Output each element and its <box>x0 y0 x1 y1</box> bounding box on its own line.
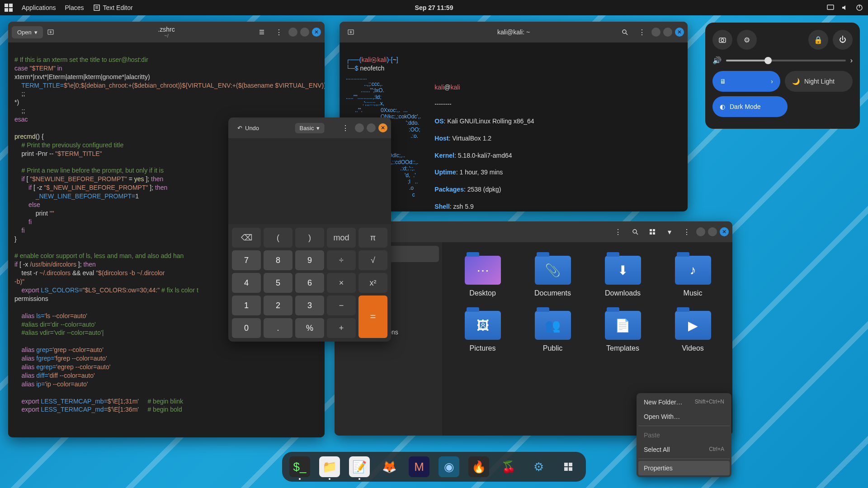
text-editor-titlebar[interactable]: Open ▾ .zshrc~/ ⋮ ✕ <box>8 22 325 42</box>
power-icon[interactable] <box>855 4 863 12</box>
close-button[interactable]: ✕ <box>720 227 729 236</box>
path-menu-icon[interactable]: ⋮ <box>610 224 626 239</box>
minimize-button[interactable] <box>696 227 705 236</box>
minimize-button[interactable] <box>355 123 364 132</box>
close-button[interactable]: ✕ <box>378 123 387 132</box>
maximize-button[interactable] <box>367 123 376 132</box>
key-6[interactable]: 6 <box>295 273 324 293</box>
dock-text-editor[interactable]: 📝 <box>349 456 370 477</box>
key-dot[interactable]: . <box>264 318 292 338</box>
key-1[interactable]: 1 <box>232 296 261 315</box>
key-8[interactable]: 8 <box>264 250 292 270</box>
undo-button[interactable]: ↶ Undo <box>232 122 264 134</box>
menu-properties[interactable]: Properties <box>638 461 730 475</box>
key-multiply[interactable]: × <box>327 273 356 293</box>
folder-templates[interactable]: 📄Templates <box>592 311 653 352</box>
key-subtract[interactable]: − <box>327 296 356 315</box>
folder-downloads[interactable]: ⬇Downloads <box>592 256 653 297</box>
key-pi[interactable]: π <box>359 228 387 248</box>
key-add[interactable]: + <box>327 318 356 338</box>
dock-burpsuite[interactable]: 🔥 <box>468 456 489 477</box>
maximize-button[interactable] <box>300 28 309 37</box>
documents-icon: 📎 <box>535 256 571 285</box>
key-divide[interactable]: ÷ <box>327 250 356 270</box>
maximize-button[interactable] <box>708 227 717 236</box>
view-toggle-icon[interactable] <box>645 224 660 239</box>
svg-point-4 <box>633 230 637 233</box>
volume-expand-icon[interactable]: › <box>850 56 853 65</box>
key-percent[interactable]: % <box>295 318 324 338</box>
dock-terminal[interactable]: $_ <box>289 456 310 477</box>
night-light-toggle[interactable]: 🌙Night Light <box>785 71 853 92</box>
files-menu-icon[interactable]: ⋮ <box>679 224 694 239</box>
terminal-titlebar[interactable]: kali@kali: ~ ⋮ ✕ <box>340 22 688 42</box>
search-icon[interactable] <box>627 224 643 239</box>
menu-new-folder[interactable]: New Folder…Shift+Ctrl+N <box>638 395 730 409</box>
open-button[interactable]: Open ▾ <box>12 26 43 38</box>
dock-show-apps[interactable] <box>558 456 579 477</box>
dark-mode-toggle[interactable]: ◐Dark Mode <box>712 96 788 117</box>
close-button[interactable]: ✕ <box>312 28 321 37</box>
key-5[interactable]: 5 <box>264 273 292 293</box>
dock-files[interactable]: 📁 <box>319 456 340 477</box>
lock-button[interactable]: 🔒 <box>808 30 828 50</box>
key-mod[interactable]: mod <box>327 228 356 248</box>
search-icon[interactable] <box>617 24 632 40</box>
editor-menu-icon[interactable]: ⋮ <box>271 24 287 40</box>
folder-pictures[interactable]: 🖼Pictures <box>452 311 513 352</box>
dock-metasploit[interactable]: M <box>409 456 429 477</box>
key-rparen[interactable]: ) <box>295 228 324 248</box>
menu-select-all[interactable]: Select AllCtrl+A <box>638 442 730 457</box>
maximize-button[interactable] <box>663 28 672 37</box>
activities-icon[interactable] <box>5 4 13 12</box>
terminal-menu-icon[interactable]: ⋮ <box>634 24 650 40</box>
applications-menu[interactable]: Applications <box>22 4 56 11</box>
dock-kali-tools[interactable]: ⚙ <box>528 456 549 477</box>
sidebar-toggle-icon[interactable] <box>254 24 269 40</box>
key-4[interactable]: 4 <box>232 273 261 293</box>
screen-icon[interactable] <box>826 4 835 12</box>
close-button[interactable]: ✕ <box>675 28 684 37</box>
terminal-content[interactable]: ┌──(kali㉿kali)-[~] └─$ neofetch ........… <box>340 42 688 211</box>
minimize-button[interactable] <box>288 28 297 37</box>
folder-videos[interactable]: ▶Videos <box>662 311 723 352</box>
key-2[interactable]: 2 <box>264 296 292 315</box>
dock-wireshark[interactable]: ◉ <box>439 456 459 477</box>
settings-button[interactable]: ⚙ <box>737 30 757 50</box>
folder-desktop[interactable]: ⋯Desktop <box>452 256 513 297</box>
key-lparen[interactable]: ( <box>264 228 292 248</box>
volume-icon[interactable] <box>841 4 849 12</box>
key-9[interactable]: 9 <box>295 250 324 270</box>
key-7[interactable]: 7 <box>232 250 261 270</box>
key-equals[interactable]: = <box>359 296 387 338</box>
screenshot-button[interactable] <box>712 30 732 50</box>
power-button[interactable]: ⏻ <box>833 30 853 50</box>
folder-documents[interactable]: 📎Documents <box>522 256 583 297</box>
new-tab-button[interactable] <box>343 24 359 40</box>
dock-cherrytree[interactable]: 🍒 <box>498 456 519 477</box>
key-backspace[interactable]: ⌫ <box>232 228 261 248</box>
clock[interactable]: Sep 27 11:59 <box>415 4 453 11</box>
menu-open-with[interactable]: Open With… <box>638 409 730 424</box>
key-sqrt[interactable]: √ <box>359 250 387 270</box>
mode-selector[interactable]: Basic ▾ <box>295 123 325 133</box>
places-menu[interactable]: Places <box>65 4 84 11</box>
terminal-title: kali@kali: ~ <box>497 28 530 36</box>
files-titlebar[interactable]: 🏠 Home ⋮ ▾ ⋮ ✕ <box>335 221 732 242</box>
folder-music[interactable]: ♪Music <box>662 256 723 297</box>
minimize-button[interactable] <box>651 28 660 37</box>
new-tab-button[interactable] <box>43 24 58 40</box>
view-dropdown-icon[interactable]: ▾ <box>662 224 677 239</box>
volume-slider[interactable] <box>726 60 846 61</box>
dock-firefox[interactable]: 🦊 <box>379 456 400 477</box>
calculator-titlebar[interactable]: ↶ Undo Basic ▾ ⋮ ✕ <box>228 117 391 138</box>
calc-menu-icon[interactable]: ⋮ <box>338 120 353 136</box>
svg-rect-5 <box>650 229 652 231</box>
calc-display[interactable] <box>228 138 391 224</box>
key-0[interactable]: 0 <box>232 318 261 338</box>
key-3[interactable]: 3 <box>295 296 324 315</box>
wired-toggle[interactable]: 🖥› <box>712 71 780 92</box>
key-square[interactable]: x² <box>359 273 387 293</box>
focused-app-label[interactable]: Text Editor <box>93 4 133 11</box>
folder-public[interactable]: 👥Public <box>522 311 583 352</box>
